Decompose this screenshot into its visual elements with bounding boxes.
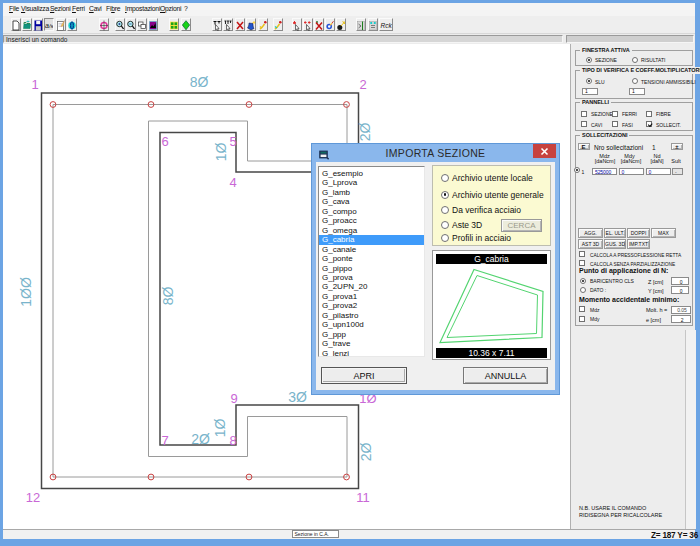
svg-text:11: 11 [356,490,370,505]
svg-text:1Ø: 1Ø [213,143,229,162]
svg-text:7: 7 [161,433,168,448]
svg-text:8Ø: 8Ø [190,74,209,90]
svg-text:a/s: a/s [45,22,53,29]
svg-text:2Ø: 2Ø [191,431,210,447]
svg-text:2: 2 [359,77,366,92]
svg-text:8Ø: 8Ø [160,287,176,306]
svg-text:9: 9 [230,391,237,406]
svg-text:12: 12 [26,490,40,505]
svg-text:1ØØ: 1ØØ [18,277,34,307]
svg-text:4: 4 [229,175,236,190]
svg-text:2Ø: 2Ø [357,123,373,142]
svg-text:1Ø: 1Ø [212,419,228,438]
svg-text:Rck: Rck [381,22,393,29]
svg-text:5: 5 [229,134,236,149]
svg-text:3Ø: 3Ø [288,389,307,405]
svg-text:1: 1 [31,77,38,92]
svg-text:2Ø: 2Ø [358,443,374,462]
svg-text:6: 6 [161,134,168,149]
svg-text:8: 8 [229,433,236,448]
